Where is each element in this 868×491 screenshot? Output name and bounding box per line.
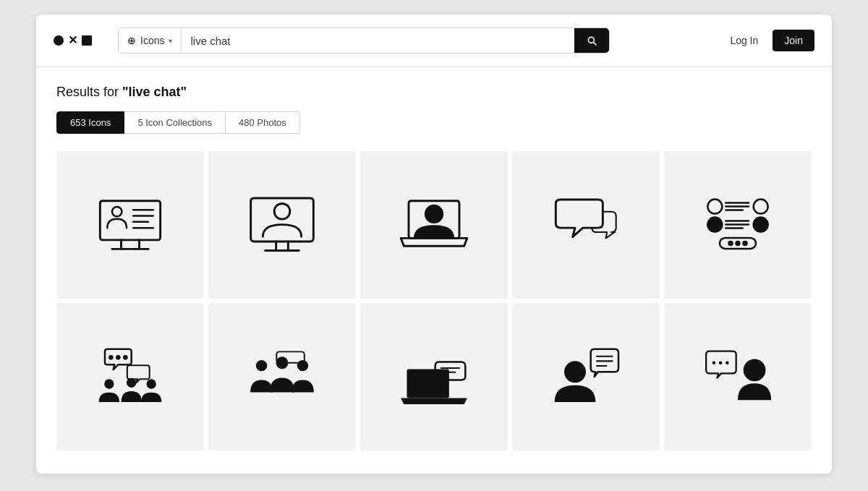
header: ✕ ⊕ Icons ▾ Log In Join	[36, 14, 832, 67]
logo: ✕	[54, 35, 92, 46]
tab-collections[interactable]: 5 Icon Collections	[124, 111, 226, 134]
logo-circle	[54, 35, 64, 46]
svg-point-24	[754, 200, 768, 214]
icon-card-video-call-laptop[interactable]	[360, 151, 508, 299]
chevron-down-icon: ▾	[169, 37, 172, 45]
svg-point-27	[729, 242, 733, 245]
icon-card-laptop-presentation[interactable]	[360, 303, 508, 451]
search-input[interactable]	[182, 29, 574, 53]
search-container: ⊕ Icons ▾	[118, 27, 610, 54]
svg-point-47	[712, 361, 716, 364]
svg-point-4	[112, 207, 122, 216]
svg-point-34	[127, 378, 136, 388]
icon-card-chat-person[interactable]	[664, 303, 812, 451]
svg-point-28	[736, 242, 740, 245]
search-button[interactable]	[574, 28, 609, 53]
logo-x: ✕	[68, 35, 77, 46]
icon-card-chat-options[interactable]	[664, 151, 812, 299]
svg-point-43	[564, 361, 586, 383]
icon-grid	[56, 151, 812, 451]
results-query: "live chat"	[122, 85, 187, 99]
icon-card-team-meeting[interactable]	[208, 303, 356, 451]
login-button[interactable]: Log In	[724, 30, 764, 51]
svg-point-48	[719, 361, 723, 364]
tab-photos[interactable]: 480 Photos	[226, 111, 300, 134]
icons-type-icon: ⊕	[127, 35, 136, 46]
svg-point-49	[726, 361, 729, 364]
filter-tabs: 653 Icons 5 Icon Collections 480 Photos	[56, 111, 812, 134]
icon-card-speech-bubbles[interactable]	[512, 151, 660, 299]
svg-point-25	[754, 218, 768, 232]
search-type-selector[interactable]: ⊕ Icons ▾	[119, 29, 182, 52]
svg-point-50	[744, 359, 766, 381]
logo-square	[82, 35, 92, 46]
header-actions: Log In Join	[724, 30, 814, 51]
svg-point-33	[104, 379, 114, 388]
content-area: Results for "live chat" 653 Icons 5 Icon…	[36, 67, 832, 468]
svg-rect-39	[407, 370, 449, 398]
svg-point-36	[256, 360, 267, 371]
svg-point-16	[707, 200, 722, 214]
tab-icons[interactable]: 653 Icons	[56, 111, 124, 134]
search-type-label: Icons	[140, 35, 164, 46]
svg-point-13	[274, 203, 290, 219]
icon-card-live-presentation[interactable]	[56, 151, 204, 299]
main-window: ✕ ⊕ Icons ▾ Log In Join Results for "liv…	[36, 14, 832, 474]
svg-point-15	[425, 205, 442, 222]
join-button[interactable]: Join	[773, 30, 814, 51]
svg-rect-0	[100, 201, 160, 240]
icon-card-team-chat[interactable]	[56, 303, 204, 451]
icon-card-person-chat[interactable]	[512, 303, 660, 451]
svg-point-30	[109, 355, 114, 360]
svg-point-38	[297, 360, 308, 371]
svg-point-29	[744, 242, 747, 245]
results-title: Results for "live chat"	[56, 85, 812, 100]
svg-point-31	[116, 355, 121, 360]
search-icon	[586, 35, 597, 46]
icon-card-video-call-monitor[interactable]	[208, 151, 356, 299]
svg-point-32	[123, 355, 128, 360]
svg-point-35	[147, 379, 156, 388]
svg-point-40	[416, 375, 425, 385]
svg-point-20	[707, 218, 722, 232]
